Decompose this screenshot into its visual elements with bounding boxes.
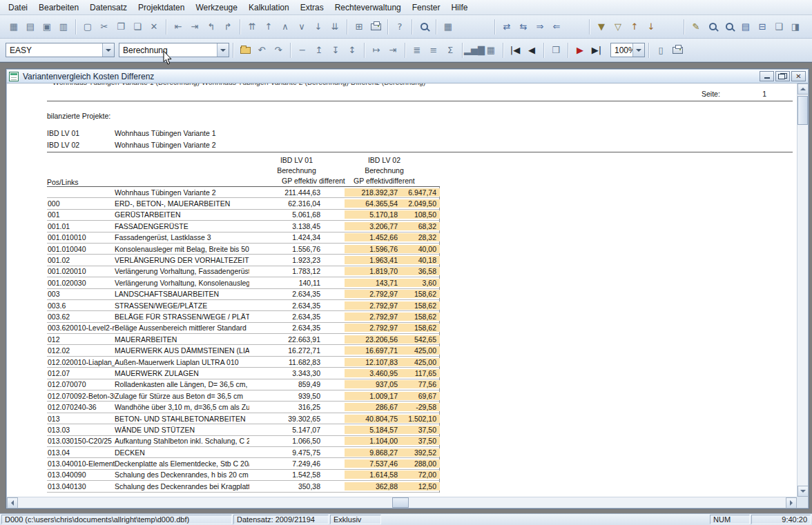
minimize-button[interactable] [760, 71, 774, 81]
grid-icon[interactable]: ▦ [440, 19, 456, 35]
close-button[interactable]: ✕ [791, 71, 806, 81]
prev-page-button[interactable]: ◀ [523, 42, 540, 59]
print-preview-icon[interactable] [669, 42, 686, 59]
pivot-table-icon[interactable]: ▦ [483, 42, 499, 59]
paste-icon[interactable]: ❏ [129, 19, 146, 35]
menu-fenster[interactable]: Fenster [407, 1, 446, 14]
options-icon[interactable]: ◨ [787, 19, 804, 35]
level-down-icon[interactable]: ↱ [220, 19, 236, 35]
filter-clear-icon[interactable]: ▽ [610, 19, 626, 35]
menu-kalkulation[interactable]: Kalkulation [243, 1, 295, 14]
goto-next-icon[interactable]: ↦ [368, 42, 385, 59]
menu-rechteverwaltung[interactable]: Rechteverwaltung [329, 1, 407, 14]
cell-diff-lv02: 37,50 [400, 426, 440, 434]
cell-gp-lv02: 362,88 [345, 482, 400, 491]
cell-description: Beläge Aussenbereich mittlerer Standard [115, 324, 249, 332]
restore-button[interactable] [775, 71, 790, 81]
cell-gp-lv02: 40.804,75 [345, 415, 400, 423]
page-setup-icon[interactable]: ▯ [652, 42, 669, 59]
cell-description: ERD-, BETON-, MAUERARBEITEN [115, 199, 249, 208]
hierarchy-right-icon[interactable]: ⇥ [186, 19, 203, 35]
level-up-icon[interactable]: ↰ [203, 19, 220, 35]
delete-icon[interactable]: ✕ [146, 19, 162, 35]
move-last-icon[interactable]: ⇊ [327, 19, 343, 35]
export-icon[interactable]: ⇆ [515, 19, 532, 35]
combo-dropdown-button[interactable] [632, 43, 644, 57]
numbered-list-icon[interactable]: ≣ [409, 42, 425, 59]
child-titlebar[interactable]: Variantenvergleich Kosten Differenz ✕ [7, 70, 808, 83]
mode-combobox[interactable]: Berechnung [119, 43, 229, 57]
move-up-icon[interactable]: ↑ [260, 19, 277, 35]
bar-chart-icon[interactable]: ▂▅▇ [466, 42, 483, 59]
window-icon[interactable]: ❑ [771, 19, 787, 35]
edit-icon[interactable]: ✎ [688, 19, 704, 35]
horizontal-scroll-thumb[interactable] [392, 497, 409, 508]
list-icon[interactable]: ≡ [425, 42, 442, 59]
copy-icon[interactable]: ❐ [113, 19, 129, 35]
sum-icon[interactable]: Σ [442, 42, 458, 59]
redo-icon[interactable]: ↷ [270, 42, 287, 59]
move-first-icon[interactable]: ⇈ [244, 19, 260, 35]
collapse-icon[interactable]: ∧ [277, 19, 293, 35]
vertical-scroll-thumb[interactable] [798, 96, 808, 125]
cell-gp-lv01: 140,11 [249, 279, 323, 287]
scroll-up-button[interactable] [798, 83, 808, 95]
project-combobox[interactable]: EASY [6, 43, 115, 57]
filter-set-icon[interactable]: ▼ [593, 19, 610, 35]
menu-datei[interactable]: Datei [3, 1, 33, 14]
import-icon[interactable]: ⇄ [499, 19, 515, 35]
zoom-combobox[interactable]: 100% [610, 43, 645, 57]
scroll-down-button[interactable] [798, 486, 808, 497]
help-icon[interactable]: ? [392, 19, 408, 35]
menu-projektdaten[interactable]: Projektdaten [133, 1, 190, 14]
cut-icon[interactable]: ✂ [96, 19, 113, 35]
scroll-right-button[interactable] [786, 497, 797, 508]
goto-end-icon[interactable]: ⇥ [385, 42, 401, 59]
insert-above-icon[interactable]: ↥ [311, 42, 327, 59]
receive-data-icon[interactable]: ⇐ [548, 19, 565, 35]
menu-werkzeuge[interactable]: Werkzeuge [190, 1, 242, 14]
play-button[interactable]: ▶ [572, 42, 588, 59]
last-page-button[interactable]: ▶| [588, 42, 605, 59]
search-icon[interactable] [416, 19, 432, 35]
insert-below-icon[interactable]: ↧ [327, 42, 344, 59]
hierarchy-left-icon[interactable]: ⇤ [170, 19, 186, 35]
send-data-icon[interactable]: ⇒ [532, 19, 548, 35]
scroll-left-button[interactable] [7, 497, 18, 508]
menu-hilfe[interactable]: Hilfe [445, 1, 473, 14]
calculator-icon[interactable]: ⊞ [351, 19, 367, 35]
menu-extras[interactable]: Extras [295, 1, 329, 14]
cell-description: Schalung des Deckenrandes, h bis 20 cm [115, 470, 249, 479]
combo-dropdown-button[interactable] [217, 43, 229, 57]
open-folder-icon[interactable] [237, 42, 253, 59]
menu-datensatz[interactable]: Datensatz [84, 1, 133, 14]
first-page-button[interactable]: |◀ [507, 42, 523, 59]
zoom-out-icon[interactable] [721, 19, 737, 35]
horizontal-scrollbar[interactable] [7, 497, 797, 508]
swap-rows-icon[interactable]: ↕ [344, 42, 360, 59]
remove-row-icon[interactable]: − [294, 42, 311, 59]
vertical-scrollbar[interactable] [797, 83, 808, 497]
database-icon[interactable]: ⊟ [754, 19, 771, 35]
table-view-icon[interactable]: ▦ [6, 19, 22, 35]
undo-icon[interactable]: ↶ [253, 42, 270, 59]
form-view-icon[interactable]: ▣ [39, 19, 55, 35]
sort-desc-icon[interactable]: ↓ [643, 19, 659, 35]
print-icon[interactable] [367, 19, 384, 35]
cell-pos: 000 [47, 199, 115, 208]
copy-page-icon[interactable]: ❒ [548, 42, 564, 59]
expand-icon[interactable]: ∨ [293, 19, 310, 35]
sort-asc-icon[interactable]: ↑ [626, 19, 643, 35]
card-view-icon[interactable]: ▥ [55, 19, 72, 35]
new-record-icon[interactable]: ▢ [79, 19, 96, 35]
cell-gp-lv01: 350,38 [249, 482, 323, 491]
menu-bearbeiten[interactable]: Bearbeiten [33, 1, 84, 14]
move-down-icon[interactable]: ↓ [310, 19, 327, 35]
combo-dropdown-button[interactable] [102, 43, 114, 57]
column-sub-lv01: Berechnung [260, 166, 334, 175]
zoom-in-icon[interactable] [704, 19, 721, 35]
document-icon[interactable]: ▤ [737, 19, 754, 35]
cell-diff-lv02: 158,62 [400, 324, 440, 332]
report-view-icon[interactable]: ▤ [22, 19, 39, 35]
table-row: 001.02 VERLÄNGERUNG DER VORHALTEZEIT FÜR… [47, 255, 439, 266]
